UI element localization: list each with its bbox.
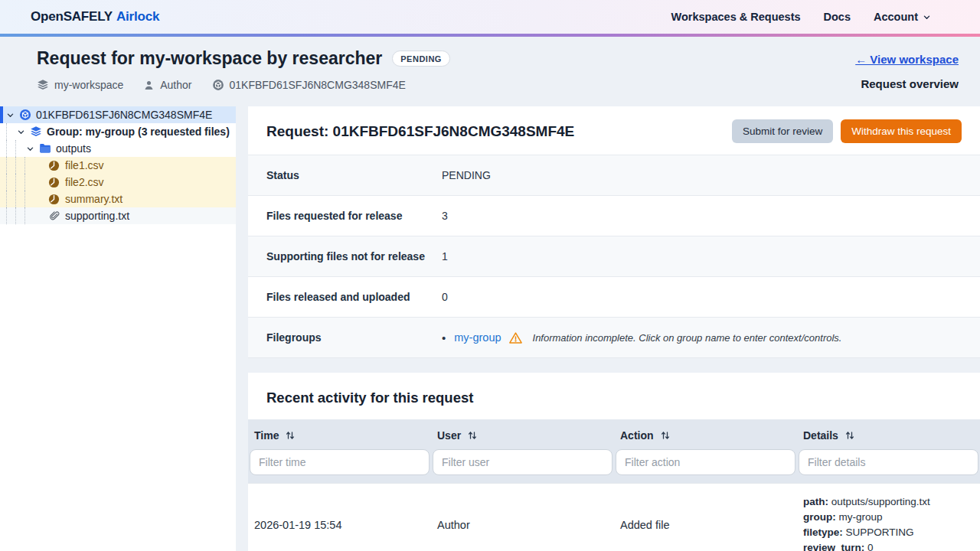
- submit-for-review-button[interactable]: Submit for review: [732, 119, 833, 143]
- tree-item-summary-txt[interactable]: summary.txt: [0, 191, 236, 207]
- tree-item-supporting-txt[interactable]: supporting.txt: [0, 207, 236, 224]
- filegroup-warning-text: Information incomplete. Click on group n…: [533, 332, 842, 344]
- tree-guide: [6, 140, 15, 157]
- filter-user-input[interactable]: [433, 449, 612, 475]
- meta-request-id-label: 01KFBFD61SFJ6N8CMG348SMF4E: [230, 79, 406, 91]
- nav-workspaces-requests-label: Workspaces & Requests: [671, 11, 801, 23]
- meta-request-id: 01KFBFD61SFJ6N8CMG348SMF4E: [212, 79, 406, 91]
- column-header-time[interactable]: Time: [248, 419, 431, 449]
- meta-author-label: Author: [160, 79, 191, 91]
- tree-item-folder-outputs[interactable]: outputs: [0, 140, 236, 157]
- column-header-details[interactable]: Details: [797, 419, 980, 449]
- tree-guide: [6, 174, 15, 191]
- summary-value: 1: [442, 250, 448, 262]
- meta-workspace-label: my-workspace: [54, 79, 123, 91]
- request-overview-link[interactable]: Request overview: [861, 77, 959, 90]
- tree-guide: [24, 157, 34, 174]
- activity-table-row: 2026-01-19 15:54 Author Added file path:…: [248, 483, 980, 551]
- tree-item-label: Group: my-group (3 requested files): [47, 126, 230, 138]
- tree-guide: [15, 157, 24, 174]
- detail-path: path: outputs/supporting.txt: [803, 494, 974, 510]
- nav-workspaces-requests[interactable]: Workspaces & Requests: [671, 11, 801, 23]
- activity-action: Added file: [614, 519, 797, 531]
- withdraw-request-button[interactable]: Withdraw this request: [841, 119, 962, 143]
- nav-account-menu[interactable]: Account: [874, 11, 931, 23]
- tree-item-file1-csv[interactable]: file1.csv: [0, 157, 236, 174]
- request-summary-panel: Request: 01KFBFD61SFJ6N8CMG348SMF4E Subm…: [248, 106, 980, 358]
- bullet-marker: •: [442, 331, 446, 344]
- tree-guide: [24, 174, 34, 191]
- nav-account-label: Account: [874, 11, 918, 23]
- tree-guide: [15, 191, 24, 207]
- filegroup-link-my-group[interactable]: my-group: [454, 331, 501, 344]
- sort-icon: [661, 431, 670, 440]
- activity-user: Author: [431, 519, 614, 531]
- page-header-right: ← View workspace Request overview: [855, 47, 959, 103]
- request-cube-icon: [18, 109, 31, 121]
- filter-details-input[interactable]: [799, 449, 978, 475]
- output-file-icon: [47, 194, 60, 205]
- tree-guide: [6, 207, 15, 224]
- logo-opensafely: OpenSAFELY: [31, 9, 113, 24]
- tree-item-label: supporting.txt: [65, 210, 129, 222]
- activity-filter-row: [248, 449, 980, 483]
- chevron-down-icon[interactable]: [24, 145, 36, 153]
- request-summary-table: Status PENDING Files requested for relea…: [248, 155, 980, 358]
- recent-activity-panel: Recent activity for this request Time Us…: [248, 373, 980, 551]
- meta-author: Author: [143, 79, 191, 91]
- summary-label: Files requested for release: [266, 210, 442, 222]
- summary-value: 3: [442, 210, 448, 222]
- detail-review-turn: review_turn: 0: [803, 540, 974, 551]
- column-header-user[interactable]: User: [431, 419, 614, 449]
- nav-docs[interactable]: Docs: [824, 11, 851, 23]
- summary-row-status: Status PENDING: [248, 155, 980, 196]
- tree-item-file2-csv[interactable]: file2.csv: [0, 174, 236, 191]
- chevron-down-icon[interactable]: [5, 111, 16, 119]
- tree-item-label: file2.csv: [65, 176, 104, 188]
- filter-action-input[interactable]: [616, 449, 795, 475]
- tree-item-label: outputs: [56, 142, 91, 155]
- recent-activity-heading: Recent activity for this request: [248, 373, 980, 419]
- filter-time-input[interactable]: [250, 449, 430, 475]
- detail-value: outputs/supporting.txt: [831, 496, 930, 507]
- tree-guide: [6, 123, 15, 140]
- detail-key: filetype:: [803, 527, 843, 538]
- summary-label: Status: [266, 169, 442, 181]
- person-icon: [143, 80, 155, 91]
- detail-key: group:: [803, 511, 836, 523]
- column-label: User: [437, 429, 461, 442]
- column-header-action[interactable]: Action: [614, 419, 797, 449]
- tree-guide: [6, 157, 15, 174]
- tree-guide: [15, 207, 24, 224]
- detail-key: review_turn:: [803, 542, 864, 551]
- page-header: Request for my-workspace by researcher P…: [0, 37, 980, 103]
- chevron-down-icon: [923, 13, 931, 21]
- detail-value: SUPPORTING: [846, 527, 914, 538]
- summary-label: Files released and uploaded: [266, 291, 442, 303]
- main-column: Request: 01KFBFD61SFJ6N8CMG348SMF4E Subm…: [248, 106, 980, 551]
- sort-icon: [845, 431, 854, 440]
- page-header-left: Request for my-workspace by researcher P…: [37, 47, 450, 103]
- top-navbar: OpenSAFELYAirlock Workspaces & Requests …: [0, 0, 980, 34]
- tree-item-request-root[interactable]: 01KFBFD61SFJ6N8CMG348SMF4E: [0, 106, 236, 123]
- detail-filetype: filetype: SUPPORTING: [803, 525, 974, 540]
- view-workspace-link[interactable]: ← View workspace: [855, 53, 959, 66]
- column-label: Action: [620, 429, 654, 442]
- filegroup-list-item: • my-group Information incomplete. Click…: [442, 331, 841, 345]
- activity-time: 2026-01-19 15:54: [248, 519, 431, 531]
- summary-value: PENDING: [442, 169, 491, 181]
- tree-item-group-my-group[interactable]: Group: my-group (3 requested files): [0, 123, 236, 140]
- request-heading: Request: 01KFBFD61SFJ6N8CMG348SMF4E: [266, 123, 574, 140]
- nav-docs-label: Docs: [824, 11, 851, 23]
- summary-value: 0: [442, 291, 448, 303]
- tree-guide: [24, 207, 34, 224]
- meta-workspace: my-workspace: [37, 79, 123, 91]
- summary-label: Filegroups: [266, 331, 442, 344]
- summary-row-supporting-files: Supporting files not for release 1: [248, 236, 980, 277]
- paperclip-icon: [47, 210, 60, 221]
- app-logo[interactable]: OpenSAFELYAirlock: [31, 9, 159, 24]
- column-label: Time: [254, 429, 279, 442]
- status-badge: PENDING: [392, 51, 450, 67]
- page-title: Request for my-workspace by researcher: [37, 47, 382, 69]
- chevron-down-icon[interactable]: [15, 128, 27, 136]
